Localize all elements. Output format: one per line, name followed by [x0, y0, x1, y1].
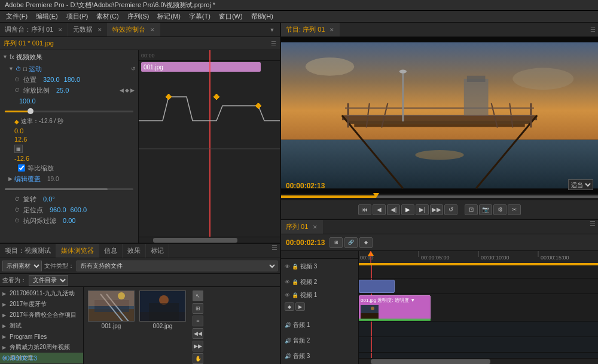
scale-val[interactable]: 25.0 — [56, 87, 69, 94]
tab-metadata[interactable]: 元数据 ✕ — [68, 23, 108, 36]
tool-arrow-l[interactable]: ◀◀ — [193, 328, 203, 339]
tool-hand[interactable]: ✋ — [193, 353, 203, 364]
menu-help[interactable]: 帮助(H) — [248, 11, 277, 22]
pos-x[interactable]: 320.0 — [43, 76, 60, 83]
tool-list[interactable]: ≡ — [193, 316, 203, 326]
v1-lock-icon[interactable]: 🔒 — [292, 292, 298, 298]
ctrl-step-back2[interactable]: ◀| — [387, 204, 400, 215]
thumb-002[interactable]: 002.jpg — [139, 290, 187, 364]
pos-stopwatch[interactable]: ⏱ — [14, 77, 22, 82]
tree-item-2[interactable]: ▶ 2017年奔腾校企合作项目 — [0, 310, 83, 320]
a3-mute-icon[interactable]: 🔊 — [285, 353, 291, 359]
scale-slider-thumb[interactable] — [28, 108, 33, 114]
tab-info[interactable]: 信息 — [99, 244, 123, 258]
v3-lock-icon[interactable]: 🔒 — [292, 264, 298, 270]
tab-ec-close[interactable]: ✕ — [150, 27, 155, 33]
menu-project[interactable]: 项目(P) — [63, 11, 92, 22]
menu-title[interactable]: 字幕(T) — [185, 11, 214, 22]
tab-effects[interactable]: 效果 — [123, 244, 146, 258]
ctrl-play[interactable]: ▶ — [401, 204, 414, 215]
tl-btn-snap[interactable]: ⊞ — [329, 237, 343, 248]
graph-hscroll-thumb[interactable] — [153, 238, 238, 243]
proj-panel-menu[interactable]: ☰ — [269, 244, 280, 258]
tl-btn-sync[interactable]: 🔗 — [344, 237, 358, 248]
ctrl-loop[interactable]: ↺ — [444, 204, 457, 215]
opacity-slider[interactable] — [5, 188, 133, 190]
panel-menu-btn[interactable]: ▼ — [267, 25, 277, 35]
v1-clip[interactable]: 001.jpg 透明度: 透明度 ▼ — [359, 295, 431, 320]
monitor-progress-bar[interactable] — [281, 194, 598, 200]
v1-btn-b[interactable]: ▶ — [295, 302, 305, 311]
tl-hscroll[interactable] — [359, 358, 598, 364]
tab-effect-controls[interactable]: 特效控制台 ✕ — [108, 23, 160, 36]
tree-item-3[interactable]: ▶ 测试 — [0, 320, 83, 331]
menu-file[interactable]: 文件(F) — [2, 11, 31, 22]
v3-eye-icon[interactable]: 👁 — [285, 264, 290, 270]
tab-mixer-close[interactable]: ✕ — [58, 27, 63, 33]
tree-item-0[interactable]: ▶ 2017060911-九九九活动 — [0, 288, 83, 299]
kf-add[interactable]: ◆ — [125, 87, 129, 93]
ctrl-next-frame[interactable]: ▶| — [416, 204, 429, 215]
monitor-menu-btn[interactable]: ☰ — [590, 26, 596, 33]
tab-markers[interactable]: 标记 — [146, 244, 169, 258]
v2-eye-icon[interactable]: 👁 — [285, 279, 290, 285]
v1-eye-icon[interactable]: 👁 — [285, 292, 290, 298]
ctrl-trim[interactable]: ✂ — [508, 204, 521, 215]
anc-stopwatch[interactable]: ⏱ — [14, 207, 22, 213]
show-select[interactable]: 示例素材 — [2, 261, 42, 271]
tab-media-browser[interactable]: 媒体浏览器 — [56, 244, 99, 258]
anc-y[interactable]: 600.0 — [71, 206, 87, 213]
tab-program-close[interactable]: ✕ — [329, 27, 334, 33]
ctrl-export-frame[interactable]: 📷 — [479, 204, 492, 215]
menu-marker[interactable]: 标记(M) — [154, 11, 184, 22]
video-effects-header[interactable]: ▼ fx 视频效果 — [0, 51, 138, 62]
timeline-menu-btn[interactable]: ☰ — [587, 220, 598, 234]
menu-clip[interactable]: 素材(C) — [93, 11, 122, 22]
tl-btn-marker[interactable]: ◆ — [359, 237, 373, 248]
tab-mixer[interactable]: 调音台：序列 01 ✕ — [0, 23, 68, 36]
tool-arrow-r[interactable]: ▶▶ — [193, 341, 203, 351]
opacity-header[interactable]: ▶ 编辑覆盖 19.0 — [0, 173, 138, 184]
thumb-001[interactable]: 001.jpg — [87, 290, 135, 364]
kf-next[interactable]: ▶ — [130, 87, 135, 93]
graph-btn[interactable]: ▦ — [14, 145, 23, 153]
tree-item-1[interactable]: ▶ 2017年度牙节 — [0, 299, 83, 310]
scale-stopwatch[interactable]: ⏱ — [14, 87, 22, 93]
a1-mute-icon[interactable]: 🔊 — [285, 322, 291, 328]
tab-seq-close[interactable]: ✕ — [313, 224, 318, 230]
pos-y[interactable]: 180.0 — [64, 76, 81, 83]
tab-metadata-close[interactable]: ✕ — [97, 27, 102, 33]
rot-stopwatch[interactable]: ⏱ — [14, 196, 22, 202]
menu-window[interactable]: 窗口(W) — [215, 11, 246, 22]
flicker-val[interactable]: 0.00 — [63, 217, 75, 224]
ctrl-safe-margins[interactable]: ⊡ — [465, 204, 478, 215]
v2-lock-icon[interactable]: 🔒 — [292, 279, 298, 285]
a2-mute-icon[interactable]: 🔊 — [285, 338, 291, 344]
ctrl-step-fwd[interactable]: ▶▶ — [430, 204, 443, 215]
view-select[interactable]: 文件目录 — [29, 275, 68, 286]
motion-reset[interactable]: ↺ — [131, 66, 136, 72]
ctrl-prev-frame[interactable]: ◀ — [373, 204, 386, 215]
tool-grid[interactable]: ⊞ — [193, 303, 203, 314]
tool-select[interactable]: ↖ — [193, 290, 203, 301]
tab-program[interactable]: 节目: 序列 01 ✕ — [281, 23, 340, 36]
v1-btn-a[interactable]: ◆ — [285, 302, 294, 311]
tree-item-5[interactable]: ▶ 奔腾威力第20周年视频 — [0, 342, 83, 353]
v2-clip[interactable] — [359, 280, 395, 293]
fit-select[interactable]: 适当 — [568, 179, 593, 190]
ctrl-step-back[interactable]: ⏮ — [358, 204, 371, 215]
motion-header[interactable]: ▼ ⏱ □ 运动 ↺ — [0, 63, 138, 74]
tl-hscroll-thumb[interactable] — [371, 359, 490, 364]
tab-timeline-seq[interactable]: 序列 01 ✕ — [281, 220, 323, 234]
menu-edit[interactable]: 编辑(E) — [32, 11, 62, 22]
kf-prev[interactable]: ◀ — [120, 87, 124, 93]
anc-x[interactable]: 960.0 — [50, 206, 66, 213]
uniform-checkbox[interactable] — [18, 164, 25, 172]
ec-options[interactable]: ☰ — [271, 40, 276, 47]
tree-item-4[interactable]: ▶ Program Files — [0, 331, 83, 342]
graph-hscroll[interactable] — [139, 237, 280, 243]
menu-sequence[interactable]: 序列(S) — [124, 11, 153, 22]
rot-val[interactable]: 0.0° — [43, 195, 55, 203]
file-type-select[interactable]: 所有支持的文件 — [77, 261, 277, 271]
tab-project[interactable]: 项目：视频测试 — [0, 244, 56, 258]
